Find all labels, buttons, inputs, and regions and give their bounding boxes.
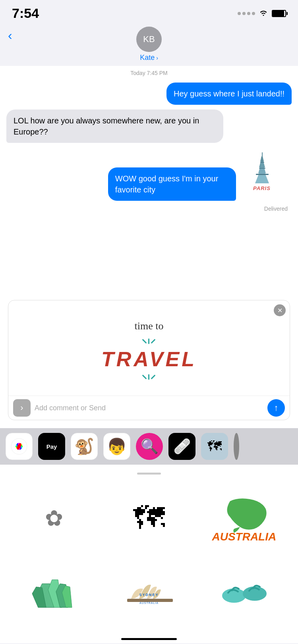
ray-icon bbox=[151, 339, 156, 344]
contact-name-row[interactable]: Kate › bbox=[140, 54, 158, 62]
sticker-sydney[interactable]: SYDNEY AUSTRALIA bbox=[105, 558, 192, 621]
flip-flops-icon bbox=[218, 570, 270, 609]
wifi-icon bbox=[259, 9, 268, 18]
sticker-grid: ✿ 🗺 AUSTRALIA bbox=[6, 483, 292, 625]
photos-app-icon[interactable] bbox=[6, 433, 33, 460]
message-row-sent-2: WOW good guess I'm in your favorite city bbox=[6, 148, 268, 201]
sticker-card-container: ✕ time to TRAVEL › Add comment o bbox=[0, 296, 298, 428]
avatar[interactable]: KB bbox=[136, 27, 162, 52]
battery-icon bbox=[272, 10, 286, 17]
send-button[interactable]: ↑ bbox=[267, 399, 285, 417]
comment-input[interactable]: Add comment or Send bbox=[35, 401, 263, 415]
message-bubble-sent-2: WOW good guess I'm in your favorite city bbox=[108, 167, 236, 201]
time-to-label: time to bbox=[135, 320, 164, 332]
sticker-card: ✕ time to TRAVEL › Add comment o bbox=[8, 300, 290, 420]
delivered-status: Delivered bbox=[6, 206, 292, 212]
contact-chevron-icon: › bbox=[156, 55, 158, 61]
sticker-flipflops[interactable] bbox=[201, 558, 288, 621]
paris-sticker: PARIS bbox=[244, 152, 280, 191]
sticker-input-row: › Add comment or Send ↑ bbox=[8, 396, 290, 420]
ray-icon bbox=[142, 339, 147, 344]
sticker-card-body: ✕ time to TRAVEL bbox=[8, 300, 290, 396]
app-tray: Pay 🐒 👦 🔍 🩹 🗺 bbox=[0, 428, 298, 465]
bottom-rays bbox=[144, 374, 154, 380]
memoji-app-icon[interactable]: 👦 bbox=[103, 433, 130, 460]
close-button[interactable]: ✕ bbox=[274, 304, 286, 316]
back-button[interactable]: ‹ bbox=[8, 28, 12, 43]
signal-icon bbox=[238, 12, 255, 15]
sent-bubble-with-sticker: WOW good guess I'm in your favorite city bbox=[108, 167, 268, 201]
timestamp-divider: Today 7:45 PM bbox=[6, 70, 292, 76]
ray-icon bbox=[142, 375, 147, 379]
expand-button[interactable]: › bbox=[13, 399, 31, 417]
svg-text:SYDNEY: SYDNEY bbox=[139, 593, 159, 597]
sticker-crystals[interactable] bbox=[10, 558, 97, 621]
sticker-australia[interactable]: AUSTRALIA bbox=[201, 486, 288, 550]
monkey-app-icon[interactable]: 🐒 bbox=[71, 433, 98, 460]
sydney-opera-icon: SYDNEY AUSTRALIA bbox=[125, 573, 173, 605]
travel-sticker-app-icon[interactable]: 🗺 bbox=[201, 433, 228, 460]
svg-text:AUSTRALIA: AUSTRALIA bbox=[139, 602, 159, 604]
svg-rect-6 bbox=[259, 168, 265, 169]
paris-label: PARIS bbox=[244, 185, 280, 191]
message-row-sent-1: Hey guess where I just landed!! bbox=[6, 83, 292, 105]
message-row-received-1: LOL how are you always somewhere new, ar… bbox=[6, 110, 292, 143]
handle-bar bbox=[137, 473, 161, 475]
eiffel-tower-icon bbox=[251, 152, 273, 185]
ray-icon bbox=[148, 338, 149, 344]
svg-rect-7 bbox=[260, 162, 264, 163]
message-bubble-received-1: LOL how are you always somewhere new, ar… bbox=[6, 110, 223, 143]
contact-name-label: Kate bbox=[140, 54, 155, 62]
top-rays bbox=[144, 338, 154, 344]
header: ‹ KB Kate › bbox=[0, 24, 298, 66]
message-bubble-sent-1: Hey guess where I just landed!! bbox=[166, 83, 292, 105]
home-bar bbox=[121, 638, 177, 640]
svg-rect-5 bbox=[256, 174, 269, 175]
status-time: 7:54 bbox=[12, 6, 39, 21]
globe-app-icon[interactable]: 🔍 bbox=[136, 433, 163, 460]
status-bar: 7:54 bbox=[0, 0, 298, 24]
more-indicator bbox=[234, 433, 239, 460]
sticker-map[interactable]: 🗺 bbox=[105, 486, 192, 550]
crystals-icon bbox=[30, 568, 78, 611]
sticker-flower[interactable]: ✿ bbox=[10, 486, 97, 550]
bandaid-app-icon[interactable]: 🩹 bbox=[168, 433, 195, 460]
home-indicator bbox=[0, 633, 298, 643]
status-icons bbox=[238, 9, 286, 18]
ray-icon bbox=[151, 375, 156, 379]
svg-rect-4 bbox=[262, 152, 263, 157]
travel-text: TRAVEL bbox=[101, 347, 197, 371]
messages-area: Today 7:45 PM Hey guess where I just lan… bbox=[0, 66, 298, 296]
travel-sticker-visual: TRAVEL bbox=[101, 338, 197, 380]
sticker-grid-area: ✿ 🗺 AUSTRALIA bbox=[0, 465, 298, 633]
applepay-app-icon[interactable]: Pay bbox=[38, 433, 65, 460]
ray-icon bbox=[148, 374, 149, 380]
